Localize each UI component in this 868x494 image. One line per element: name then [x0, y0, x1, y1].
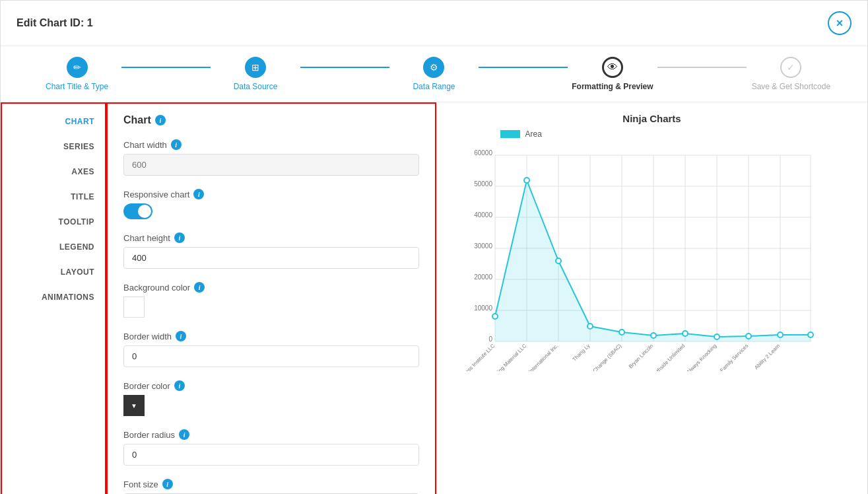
sidebar-item-series[interactable]: SERIES	[2, 134, 105, 159]
preview-panel: Ninja Charts Area 0 10000 20000 30000 40…	[436, 102, 867, 494]
border-color-info-icon[interactable]: i	[174, 380, 185, 391]
svg-text:Sobriety Brings A Change (SBAC: Sobriety Brings A Change (SBAC)	[562, 343, 622, 371]
svg-text:40000: 40000	[474, 211, 492, 219]
chart-info-icon[interactable]: i	[155, 115, 166, 125]
border-color-field: Border color i ▼	[123, 380, 419, 416]
step-circle-4: 👁	[602, 57, 623, 78]
background-color-field: Background color i	[123, 282, 419, 318]
legend-label: Area	[525, 129, 542, 139]
stepper: ✏ Chart Title & Type ⊞ Data Source ⚙ Dat…	[1, 46, 867, 102]
svg-point-28	[556, 258, 561, 264]
background-color-picker[interactable]	[123, 297, 145, 318]
svg-point-26	[492, 314, 498, 319]
responsive-chart-toggle[interactable]	[123, 203, 152, 219]
svg-marker-25	[495, 180, 811, 341]
font-size-info-icon[interactable]: i	[162, 479, 173, 489]
main-content: CHART SERIES AXES TITLE TOOLTIP LEGEND L…	[1, 102, 867, 494]
font-size-label: Font size i	[123, 479, 419, 489]
svg-text:Bryan Lincoln: Bryan Lincoln	[627, 343, 654, 370]
chart-height-input[interactable]	[123, 247, 419, 269]
svg-point-27	[524, 178, 529, 183]
sidebar-item-title[interactable]: TITLE	[2, 184, 105, 209]
chart-title: Ninja Charts	[461, 113, 844, 124]
background-color-info-icon[interactable]: i	[194, 282, 205, 293]
svg-text:30000: 30000	[474, 242, 492, 250]
border-color-label: Border color i	[123, 380, 419, 391]
border-radius-input[interactable]	[123, 444, 419, 466]
svg-text:Always Knocking: Always Knocking	[685, 343, 718, 371]
sidebar-item-axes[interactable]: AXES	[2, 159, 105, 184]
step-circle-3: ⚙	[423, 57, 444, 78]
svg-point-35	[778, 332, 783, 337]
responsive-chart-info-icon[interactable]: i	[193, 189, 204, 199]
svg-point-34	[746, 334, 751, 339]
step-data-source[interactable]: ⊞ Data Source	[211, 57, 300, 91]
chart-legend: Area	[500, 129, 844, 139]
border-radius-label: Border radius i	[123, 429, 419, 440]
svg-text:Ability 2 Learn: Ability 2 Learn	[753, 343, 781, 370]
svg-text:20000: 20000	[474, 273, 492, 281]
step-line-1	[121, 67, 211, 68]
border-radius-info-icon[interactable]: i	[179, 429, 189, 440]
svg-point-29	[587, 324, 593, 329]
step-formatting-preview[interactable]: 👁 Formatting & Preview	[568, 57, 657, 91]
step-line-2	[300, 67, 389, 68]
background-color-label: Background color i	[123, 282, 419, 293]
border-width-input[interactable]	[123, 345, 419, 367]
sidebar-item-chart[interactable]: CHART	[2, 109, 105, 134]
step-data-range[interactable]: ⚙ Data Range	[389, 57, 479, 91]
step-label-3: Data Range	[413, 82, 455, 91]
chart-height-label: Chart height i	[123, 232, 419, 243]
sidebar-item-animations[interactable]: ANIMATIONS	[2, 285, 105, 310]
chart-svg: 0 10000 20000 30000 40000 50000 60000	[461, 147, 844, 373]
step-label-5: Save & Get Shortcode	[752, 82, 830, 91]
modal-title: Edit Chart ID: 1	[17, 17, 93, 29]
chart-width-input[interactable]	[123, 154, 419, 176]
step-label-2: Data Source	[234, 82, 278, 91]
border-radius-field: Border radius i	[123, 429, 419, 466]
modal-container: Edit Chart ID: 1 × ✏ Chart Title & Type …	[0, 0, 868, 494]
chart-width-label: Chart width i	[123, 139, 419, 150]
step-line-3	[479, 67, 568, 68]
border-width-label: Border width i	[123, 331, 419, 341]
step-save-shortcode[interactable]: ✓ Save & Get Shortcode	[747, 57, 836, 91]
svg-point-31	[651, 333, 656, 338]
svg-point-30	[619, 330, 624, 335]
svg-text:0: 0	[488, 335, 492, 343]
step-chart-title-type[interactable]: ✏ Chart Title & Type	[32, 57, 121, 91]
step-label-4: Formatting & Preview	[572, 82, 653, 91]
center-panel: Chart i Chart width i Responsive chart i	[106, 102, 436, 494]
border-width-field: Border width i	[123, 331, 419, 367]
sidebar-item-legend[interactable]: LEGEND	[2, 234, 105, 260]
modal-header: Edit Chart ID: 1 ×	[1, 1, 867, 46]
sidebar-item-layout[interactable]: LAYOUT	[2, 260, 105, 285]
svg-point-33	[714, 334, 719, 339]
svg-text:Thang Ly: Thang Ly	[571, 343, 591, 363]
step-circle-1: ✏	[67, 57, 88, 78]
svg-text:10000: 10000	[474, 304, 492, 312]
toggle-knob	[138, 205, 151, 218]
svg-point-36	[808, 332, 813, 337]
border-width-info-icon[interactable]: i	[176, 331, 186, 341]
chart-height-field: Chart height i	[123, 232, 419, 269]
step-circle-5: ✓	[780, 57, 801, 78]
step-line-4	[657, 67, 747, 68]
chart-container: Ninja Charts Area 0 10000 20000 30000 40…	[461, 113, 844, 373]
svg-text:50000: 50000	[474, 180, 492, 188]
chart-width-field: Chart width i	[123, 139, 419, 176]
font-size-field: Font size i	[123, 479, 419, 494]
panel-title: Chart i	[123, 114, 419, 126]
step-label-1: Chart Title & Type	[46, 82, 108, 91]
step-circle-2: ⊞	[245, 57, 266, 78]
sidebar-item-tooltip[interactable]: TOOLTIP	[2, 209, 105, 234]
legend-color-box	[500, 130, 520, 138]
left-nav: CHART SERIES AXES TITLE TOOLTIP LEGEND L…	[1, 102, 106, 494]
responsive-chart-field: Responsive chart i	[123, 189, 419, 219]
close-button[interactable]: ×	[828, 11, 851, 35]
svg-point-32	[683, 331, 688, 336]
svg-text:The Martial and Fitness Instit: The Martial and Fitness Institute LLC	[461, 343, 496, 371]
svg-text:60000: 60000	[474, 149, 492, 157]
chart-width-info-icon[interactable]: i	[171, 139, 182, 150]
chart-height-info-icon[interactable]: i	[174, 232, 185, 243]
border-color-picker[interactable]: ▼	[123, 395, 145, 416]
